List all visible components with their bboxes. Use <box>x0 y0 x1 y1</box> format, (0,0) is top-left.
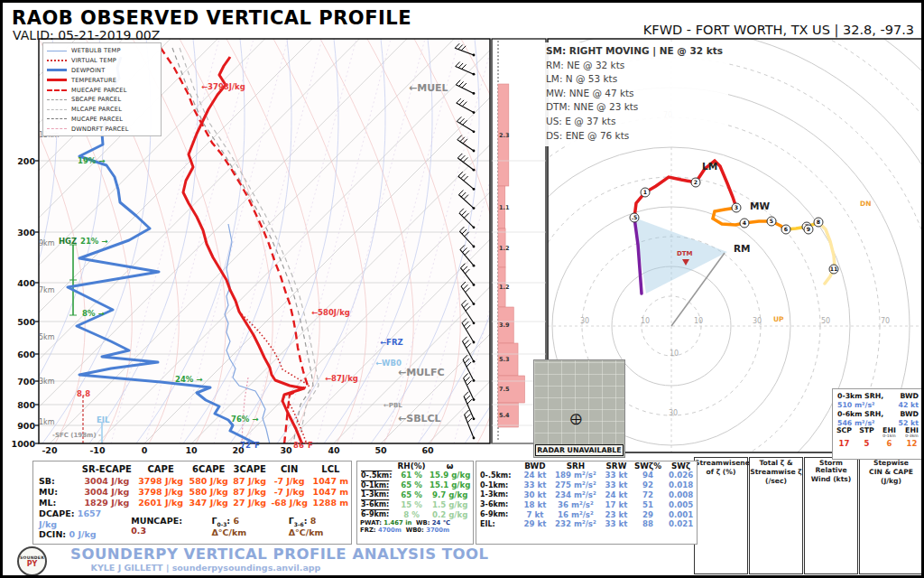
legend-item: DWNDRFT PARCEL <box>47 124 157 134</box>
pressure-tick-label: 300 <box>17 228 35 238</box>
svg-text:.5: .5 <box>632 214 638 220</box>
thermo-header: 6CAPE <box>187 463 231 475</box>
skewt-annotation: 86°F <box>293 441 313 450</box>
legend-item-label: SBCAPE PARCEL <box>71 96 121 103</box>
legend-item: MUCAPE PARCEL <box>47 115 157 125</box>
dwndrft-line-swatch <box>47 128 67 129</box>
skewt-legend: WETBULB TEMPVIRTUAL TEMPDEWPOINTTEMPERAT… <box>42 42 162 136</box>
shear-value: 17 kt <box>602 499 631 509</box>
pressure-tick-label: 800 <box>17 400 35 410</box>
shear-header: BWD <box>521 461 550 471</box>
thermo-header: CAPE <box>135 463 187 475</box>
index-value: 12 <box>901 439 923 448</box>
hodograph-dn-label: DN <box>860 200 872 208</box>
storm-motion-line: DS: ENE @ 76 kts <box>546 129 723 144</box>
moisture-footer-item: WB0: <box>406 527 424 534</box>
hodograph-rm-label: RM <box>734 243 751 254</box>
hodograph-ring-label: 30 <box>753 317 762 325</box>
moisture-row: 3-6km:15 %1.5 g/kg <box>357 499 473 509</box>
skewt-annotation: EIL <box>97 415 109 424</box>
station-title: KFWD - FORT WORTH, TX US | 32.8, -97.3 <box>643 23 914 37</box>
shear-value: 0.005 <box>665 499 697 509</box>
svg-text:2: 2 <box>694 179 698 185</box>
muecape-line-swatch <box>47 89 67 91</box>
shear-value: 23 kt <box>602 509 631 519</box>
mini-panel-title-line: Storm Relative <box>805 460 857 474</box>
shear-header: SWζ <box>665 461 697 471</box>
hodograph-ring-label: 10 <box>641 317 650 325</box>
mini-panel-title-line: CIN & CAPE <box>860 469 922 476</box>
mini-panel-0: Streamwisenessof ζ (%) <box>694 457 748 574</box>
skewt-annotation: 19% → <box>78 156 105 165</box>
thermodynamics-table-box: SR-ECAPECAPE6CAPE3CAPECINLCLSB:3004 J/kg… <box>32 461 352 545</box>
shear-value: 29 <box>631 509 665 519</box>
shear-value: 0.008 <box>665 490 697 500</box>
histogram-bar-value: 1.1 <box>499 204 510 211</box>
sounderpy-figure: .512345678911 RAOB OBSERVED VERTICAL PRO… <box>0 0 924 578</box>
mini-panel-title-line: of ζ (%) <box>695 469 747 476</box>
shear-value: 88 <box>631 519 665 529</box>
moisture-footer-item: 3700m <box>426 527 449 534</box>
shear-value: 275 m²/s² <box>550 480 602 490</box>
shear-table: BWDSRHSRWSWζ%SWζ0-.5km:24 kt189 m²/s²33 … <box>476 461 697 529</box>
hodograph-ring-label: 10 <box>670 350 679 358</box>
shear-value: 189 m²/s² <box>550 471 602 480</box>
mucape-line-swatch <box>47 118 67 119</box>
hodograph-height-marker: 6 <box>781 225 790 234</box>
indices-headers: SCPSTPEHI0-1kmEHI0-3km <box>833 428 923 438</box>
svg-text:11: 11 <box>830 266 838 272</box>
moisture-header <box>357 461 396 471</box>
moisture-value: 8 % <box>396 509 428 519</box>
page-title: RAOB OBSERVED VERTICAL PROFILE <box>12 7 411 29</box>
thermo-value: 3004 J/kg <box>79 475 135 486</box>
shear-value: 33 kt <box>602 480 631 490</box>
shear-row: 1-3km:30 kt234 m²/s²24 kt720.008 <box>476 490 697 500</box>
temp-tick-label: 40 <box>328 445 339 455</box>
legend-item: VIRTUAL TEMP <box>47 56 157 66</box>
temperature-line-swatch <box>47 79 67 81</box>
moisture-value: 15 % <box>396 499 428 509</box>
mini-panel-title-line: (J/kg) <box>860 478 922 485</box>
srh-0-3-label: 0-3km SRH, <box>837 392 883 400</box>
moisture-value: 1.5 g/kg <box>427 499 473 509</box>
bwd-0-6-label: BWD <box>900 410 919 418</box>
pressure-tick-label: 500 <box>17 317 35 327</box>
height-km-label: 7km <box>39 286 55 294</box>
svg-text:8: 8 <box>817 219 820 225</box>
legend-item: SBCAPE PARCEL <box>47 95 157 105</box>
hodograph-ring-label: 30 <box>580 317 589 325</box>
index-header: EHI0-1km <box>878 428 901 438</box>
virtual-line-swatch <box>47 60 67 61</box>
moisture-row: 0-.5km:61 %15.9 g/kg <box>357 471 473 480</box>
mini-panel-title-line: Streamwiseness <box>695 460 747 467</box>
shear-value: 33 kt <box>602 471 631 480</box>
legend-item: MLCAPE PARCEL <box>47 105 157 115</box>
shear-value: 0.001 <box>665 509 697 519</box>
thermo-value: 3798 J/kg <box>135 486 187 497</box>
svg-text:4: 4 <box>743 219 747 226</box>
bwd-0-3-label: BWD <box>900 392 919 400</box>
shear-row: 3-6km:18 kt36 m²/s²17 kt510.005 <box>476 499 697 509</box>
shear-value: 16 m²/s² <box>550 509 602 519</box>
hodograph-mw-label: MW <box>750 200 770 211</box>
thermo-value: 1288 m <box>310 497 351 508</box>
dcin-label: DCIN: <box>39 529 66 539</box>
moisture-footer-item: 1.467 in <box>383 519 411 527</box>
dewpoint-line-swatch <box>47 69 67 71</box>
height-km-label: 1km <box>39 418 55 426</box>
hodograph-ring-label: 70 <box>881 317 890 325</box>
thermo-row: SB:3004 J/kg3798 J/kg580 J/kg87 J/kg-7 J… <box>33 475 351 486</box>
moisture-value: 9.7 g/kg <box>427 490 473 500</box>
temp-tick-label: 0 <box>142 445 148 455</box>
thermo-value: 27 J/kg <box>231 497 269 508</box>
thermo-extra-row: DCAPE: 1657 J/kg DCIN: 0 J/kg MUNCAPE: 0… <box>33 508 351 540</box>
height-km-label: 5km <box>39 333 55 341</box>
svg-text:1: 1 <box>643 189 647 195</box>
temp-tick-label: -20 <box>42 445 57 455</box>
radar-map-inset: ⨁ RADAR UNAVAILABLE <box>533 359 625 458</box>
moisture-footer-item: 4700m <box>378 527 402 534</box>
mini-panel-2: Storm RelativeWind (kts) <box>804 457 858 574</box>
lapse-0-3-label: Γ0-3: <box>211 516 230 526</box>
skewt-annotation: 24% → <box>175 375 202 384</box>
hodograph-height-marker: 2 <box>691 178 700 187</box>
